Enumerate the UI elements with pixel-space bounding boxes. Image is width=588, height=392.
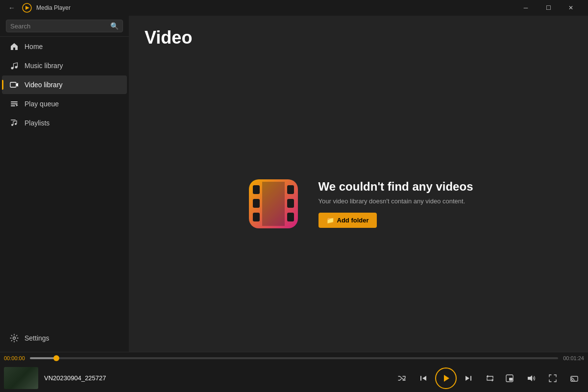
svg-point-12 [13,337,16,340]
svg-point-9 [11,124,13,126]
content-header: Video [129,16,588,56]
home-icon [10,42,19,51]
controls-right [500,368,584,388]
svg-rect-17 [287,185,294,194]
sidebar-label-music-library: Music library [24,62,63,70]
svg-marker-25 [466,376,469,381]
next-button[interactable] [459,368,478,388]
add-folder-icon: 📁 [326,217,334,224]
play-button[interactable] [435,368,457,389]
maximize-button[interactable]: ☐ [537,0,560,16]
back-button[interactable]: ← [6,2,18,14]
svg-rect-5 [11,101,18,102]
sidebar: 🔍 Home [0,16,129,352]
progress-fill [30,357,56,359]
settings-icon [10,334,19,343]
svg-rect-20 [262,182,285,226]
svg-marker-8 [16,104,18,106]
app-title: Media Player [36,4,514,11]
sidebar-item-playlists[interactable]: Playlists [2,114,127,132]
svg-rect-4 [10,82,16,87]
content-area: Video [129,16,588,352]
sidebar-label-playlists: Playlists [24,119,49,127]
svg-marker-28 [528,375,532,381]
svg-rect-19 [287,213,294,221]
thumbnail-preview [4,367,38,389]
main-container: 🔍 Home [0,16,588,352]
minimize-button[interactable]: ─ [514,0,537,16]
queue-icon [10,99,19,108]
svg-marker-23 [444,375,449,382]
svg-rect-18 [287,199,294,208]
shuffle-button[interactable] [392,368,412,388]
progress-dot [53,355,59,361]
sidebar-label-play-queue: Play queue [24,100,59,108]
player-bar: 00:00:00 00:01:24 VN20230904_225727 [0,352,588,392]
sidebar-item-video-library[interactable]: Video library [2,75,127,94]
svg-marker-22 [422,376,426,381]
sidebar-item-home[interactable]: Home [2,37,127,56]
search-input[interactable] [10,23,107,30]
svg-rect-14 [253,185,260,194]
titlebar: ← Media Player ─ ☐ ✕ [0,0,588,16]
thumbnail-image [4,367,38,389]
time-total: 00:01:24 [562,355,584,361]
empty-heading: We couldn't find any videos [318,180,473,194]
mini-player-button[interactable] [500,368,519,388]
svg-marker-1 [25,6,29,10]
sidebar-bottom: Settings [0,328,129,352]
search-box: 🔍 [6,20,123,32]
svg-rect-15 [253,199,260,208]
progress-bar[interactable] [30,357,558,359]
add-folder-button[interactable]: 📁 Add folder [318,213,377,228]
svg-rect-27 [509,378,513,381]
svg-point-3 [15,66,18,69]
sidebar-item-settings[interactable]: Settings [2,329,127,347]
controls-center [392,368,500,389]
svg-rect-21 [420,376,421,381]
svg-rect-11 [11,120,16,121]
svg-rect-16 [253,213,260,221]
sidebar-item-play-queue[interactable]: Play queue [2,95,127,113]
empty-state: We couldn't find any videos Your video l… [244,174,473,233]
sidebar-label-home: Home [24,43,43,50]
svg-rect-6 [11,103,18,104]
svg-rect-7 [11,105,15,106]
page-title: Video [145,27,572,48]
empty-state-icon [244,174,303,233]
search-icon: 🔍 [110,22,119,30]
progress-container: 00:00:00 00:01:24 [0,352,588,364]
video-library-icon [10,80,19,89]
svg-point-2 [11,67,14,70]
playlist-icon [10,119,19,127]
sidebar-nav: Home Music library [0,37,129,133]
repeat-button[interactable] [480,368,500,388]
cast-button[interactable] [564,368,584,388]
window-controls: ─ ☐ ✕ [514,0,582,16]
empty-subtext: Your video library doesn't contain any v… [318,197,473,205]
time-current: 00:00:00 [4,355,26,361]
player-controls: VN20230904_225727 [0,364,588,392]
close-button[interactable]: ✕ [560,0,582,16]
sidebar-item-music-library[interactable]: Music library [2,56,127,75]
volume-button[interactable] [521,368,541,388]
add-folder-label: Add folder [337,217,369,224]
search-container: 🔍 [0,16,129,37]
sidebar-label-settings: Settings [24,334,49,342]
track-title: VN20230904_225727 [44,374,392,382]
empty-text: We couldn't find any videos Your video l… [318,180,473,228]
previous-button[interactable] [414,368,433,388]
sidebar-label-video-library: Video library [24,81,63,89]
app-icon [22,2,32,13]
svg-rect-24 [470,376,471,381]
fullscreen-button[interactable] [543,368,563,388]
music-icon [10,61,19,70]
content-main: We couldn't find any videos Your video l… [129,56,588,352]
